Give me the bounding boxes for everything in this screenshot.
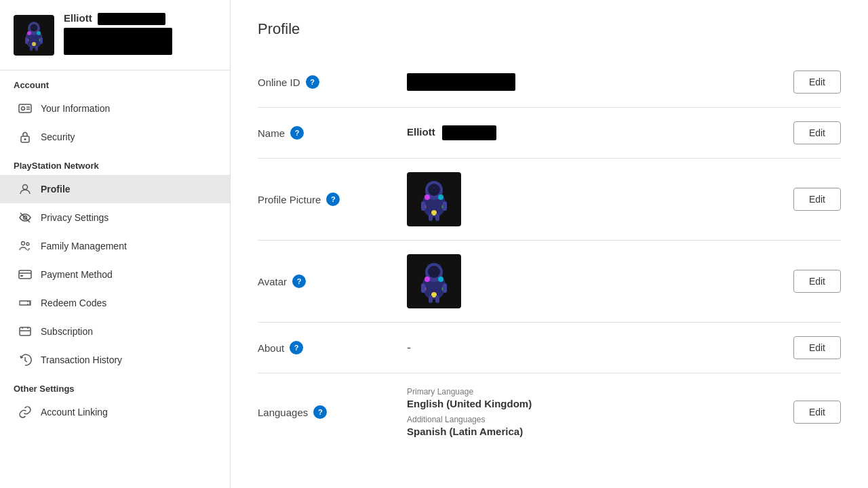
profile-picture-label: Profile Picture ?: [258, 192, 393, 206]
subscription-icon: [18, 324, 33, 339]
avatar-help-icon[interactable]: ?: [292, 274, 306, 288]
section-psn: PlayStation Network: [0, 151, 230, 175]
sidebar-item-account-linking[interactable]: Account Linking: [0, 398, 230, 426]
profile-picture-value: [407, 172, 780, 226]
svg-point-19: [23, 185, 28, 190]
sidebar-item-payment-method[interactable]: Payment Method: [0, 260, 230, 289]
transaction-history-label: Transaction History: [41, 354, 122, 365]
name-row: Name ? Elliott Edit: [258, 108, 841, 159]
payment-method-label: Payment Method: [41, 269, 113, 280]
redeem-codes-label: Redeem Codes: [41, 298, 106, 308]
primary-language-label: Primary Language: [407, 387, 780, 396]
sidebar-item-security[interactable]: Security: [0, 123, 230, 151]
credit-card-icon: [18, 267, 33, 282]
profile-picture-image: [407, 172, 461, 226]
about-label: About ?: [258, 341, 393, 354]
subscription-label: Subscription: [41, 326, 93, 337]
svg-point-5: [37, 31, 41, 35]
username-redacted: [98, 13, 165, 25]
svg-rect-9: [25, 37, 28, 44]
user-name: Elliott: [64, 12, 172, 25]
sidebar-item-subscription[interactable]: Subscription: [0, 317, 230, 346]
security-label: Security: [41, 131, 75, 142]
profile-picture-help-icon[interactable]: ?: [326, 192, 340, 206]
user-info: Elliott: [64, 12, 172, 58]
your-information-label: Your Information: [41, 103, 110, 114]
name-help-icon[interactable]: ?: [290, 126, 304, 140]
avatar-image: [407, 254, 461, 308]
id-card-icon: [18, 101, 33, 116]
svg-point-18: [24, 138, 26, 140]
svg-rect-55: [429, 296, 433, 303]
avatar: [14, 15, 54, 56]
user-tag: [64, 28, 172, 58]
online-id-value: [407, 73, 780, 91]
profile-picture-edit-button[interactable]: Edit: [793, 188, 841, 211]
account-linking-label: Account Linking: [41, 407, 108, 418]
svg-rect-29: [20, 327, 31, 336]
languages-value: Primary Language English (United Kingdom…: [407, 387, 780, 437]
svg-point-3: [30, 24, 38, 32]
name-value: Elliott: [407, 125, 780, 140]
primary-language-value: English (United Kingdom): [407, 398, 780, 409]
svg-rect-41: [443, 201, 447, 211]
languages-help-icon[interactable]: ?: [313, 405, 327, 419]
avatar-row: Avatar ?: [258, 241, 841, 323]
user-header: Elliott: [0, 0, 230, 70]
languages-edit-button[interactable]: Edit: [793, 401, 841, 424]
about-help-icon[interactable]: ?: [290, 341, 303, 354]
avatar-label: Avatar ?: [258, 274, 393, 288]
sidebar-item-profile[interactable]: Profile: [0, 175, 230, 203]
svg-point-6: [32, 42, 36, 46]
svg-point-35: [425, 195, 430, 200]
name-edit-button[interactable]: Edit: [793, 121, 841, 144]
avatar-edit-button[interactable]: Edit: [793, 270, 841, 293]
svg-point-48: [425, 277, 430, 282]
privacy-settings-label: Privacy Settings: [41, 212, 108, 223]
svg-rect-40: [421, 201, 425, 211]
svg-rect-10: [40, 37, 43, 44]
page-title: Profile: [258, 20, 841, 38]
svg-point-22: [22, 242, 25, 245]
user-tag-redacted: [64, 28, 172, 55]
profile-picture-row: Profile Picture ?: [258, 159, 841, 241]
profile-label: Profile: [41, 184, 71, 195]
family-icon: [18, 239, 33, 253]
svg-point-49: [438, 277, 443, 282]
additional-language-value: Spanish (Latin America): [407, 426, 780, 437]
sidebar-item-your-information[interactable]: Your Information: [0, 94, 230, 123]
section-account: Account: [0, 70, 230, 94]
sidebar-item-privacy-settings[interactable]: Privacy Settings: [0, 203, 230, 232]
user-icon: [18, 182, 33, 197]
sidebar: Elliott Account Your Information: [0, 0, 231, 488]
svg-point-14: [22, 107, 25, 110]
main-content: Profile Online ID ? Edit Name ? Elliott …: [231, 0, 868, 488]
online-id-row: Online ID ? Edit: [258, 57, 841, 108]
online-id-edit-button[interactable]: Edit: [793, 70, 841, 94]
svg-rect-26: [20, 275, 23, 277]
svg-point-36: [438, 195, 443, 200]
history-icon: [18, 352, 33, 367]
languages-row: Languages ? Primary Language English (Un…: [258, 373, 841, 451]
avatar-value: [407, 254, 780, 308]
ticket-icon: [18, 296, 33, 310]
online-id-help-icon[interactable]: ?: [306, 75, 319, 89]
about-edit-button[interactable]: Edit: [793, 336, 841, 359]
name-label: Name ?: [258, 126, 393, 140]
online-id-label: Online ID ?: [258, 75, 393, 89]
svg-point-23: [26, 243, 29, 245]
svg-rect-54: [443, 283, 447, 293]
online-id-redacted: [407, 73, 515, 91]
svg-rect-11: [30, 45, 33, 51]
svg-point-4: [27, 31, 31, 35]
svg-rect-12: [35, 45, 38, 51]
sidebar-item-transaction-history[interactable]: Transaction History: [0, 346, 230, 374]
languages-label: Languages ?: [258, 405, 393, 419]
sidebar-item-family-management[interactable]: Family Management: [0, 232, 230, 260]
svg-point-47: [428, 266, 440, 278]
svg-rect-42: [429, 214, 433, 221]
lock-icon: [18, 129, 33, 144]
sidebar-item-redeem-codes[interactable]: Redeem Codes: [0, 289, 230, 317]
svg-rect-24: [19, 270, 31, 279]
last-name-redacted: [442, 125, 496, 140]
